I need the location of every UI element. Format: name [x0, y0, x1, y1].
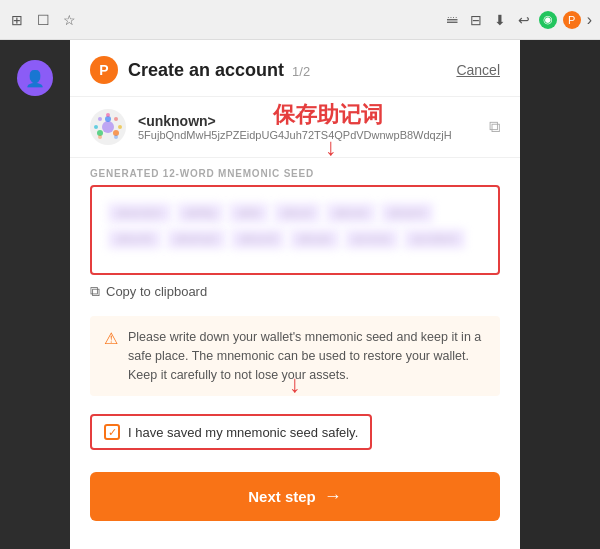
- mnemonic-box: abandon ability able about above absent …: [90, 185, 500, 275]
- next-step-label: Next step: [248, 488, 316, 505]
- star-icon[interactable]: ☆: [60, 11, 78, 29]
- saved-checkbox-row[interactable]: ✓ I have saved my mnemonic seed safely.: [90, 414, 372, 450]
- stats-icon: ⩸: [443, 11, 461, 29]
- download-icon[interactable]: ⬇: [491, 11, 509, 29]
- right-panel: [520, 40, 600, 549]
- next-step-arrow-icon: →: [324, 486, 342, 507]
- copy-to-clipboard-row[interactable]: ⧉ Copy to clipboard: [70, 275, 520, 308]
- tab-switch-icon[interactable]: ⊟: [467, 11, 485, 29]
- grid-icon: ⊞: [8, 11, 26, 29]
- copy-clipboard-label: Copy to clipboard: [106, 284, 207, 299]
- svg-point-1: [102, 121, 114, 133]
- browser-arrow-icon[interactable]: ›: [587, 11, 592, 29]
- account-row: <unknown> 5FujbQndMwH5jzPZEidpUG4Juh72TS…: [70, 97, 520, 158]
- mnemonic-word: absurd: [231, 229, 284, 249]
- account-icon: [90, 109, 126, 145]
- sidebar: 👤: [0, 40, 70, 549]
- saved-checkbox[interactable]: ✓: [104, 424, 120, 440]
- svg-point-11: [114, 135, 118, 139]
- copy-clipboard-icon: ⧉: [90, 283, 100, 300]
- svg-point-8: [98, 117, 102, 121]
- center-content: P Create an account 1/2 Cancel 保存助记词 ↓ ↓: [70, 40, 520, 549]
- ext-green-icon[interactable]: ◉: [539, 11, 557, 29]
- modal-step: 1/2: [292, 64, 310, 79]
- warning-text: Please write down your wallet's mnemonic…: [128, 328, 486, 384]
- warning-box: ⚠ Please write down your wallet's mnemon…: [90, 316, 500, 396]
- extension-icons: ⩸ ⊟ ⬇ ↩ ◉ P ›: [443, 11, 592, 29]
- cancel-button[interactable]: Cancel: [456, 62, 500, 78]
- browser-toolbar: ⊞ ☐ ☆ ⩸ ⊟ ⬇ ↩ ◉ P ›: [0, 0, 600, 40]
- svg-point-9: [114, 117, 118, 121]
- mnemonic-word: access: [345, 229, 398, 249]
- svg-point-5: [106, 113, 110, 117]
- svg-point-6: [94, 125, 98, 129]
- saved-checkbox-label: I have saved my mnemonic seed safely.: [128, 425, 358, 440]
- mnemonic-word: above: [326, 203, 375, 223]
- mnemonic-word: abstract: [167, 229, 226, 249]
- mnemonic-section-label: GENERATED 12-WORD MNEMONIC SEED: [70, 158, 520, 185]
- browser-nav-icons: ⊞ ☐ ☆: [8, 11, 78, 29]
- ext-orange-icon[interactable]: P: [563, 11, 581, 29]
- mnemonic-words: abandon ability able about above absent …: [108, 203, 482, 249]
- account-address: 5FujbQndMwH5jzPZEidpUG4Juh72TS4QPdVDwnwp…: [138, 129, 477, 141]
- back-icon[interactable]: ↩: [515, 11, 533, 29]
- modal-dialog: P Create an account 1/2 Cancel 保存助记词 ↓ ↓: [70, 40, 520, 549]
- mnemonic-word: absent: [381, 203, 433, 223]
- account-info: <unknown> 5FujbQndMwH5jzPZEidpUG4Juh72TS…: [138, 113, 477, 141]
- svg-point-7: [118, 125, 122, 129]
- warning-icon: ⚠: [104, 329, 118, 348]
- mnemonic-word: accident: [404, 229, 465, 249]
- modal-logo: P: [90, 56, 118, 84]
- mnemonic-word: ability: [177, 203, 224, 223]
- account-name: <unknown>: [138, 113, 477, 129]
- mnemonic-word: about: [274, 203, 320, 223]
- mnemonic-word: abuse: [290, 229, 339, 249]
- modal-title: Create an account: [128, 60, 284, 81]
- tab-icon: ☐: [34, 11, 52, 29]
- copy-address-icon[interactable]: ⧉: [489, 118, 500, 136]
- svg-point-10: [98, 135, 102, 139]
- mnemonic-word: abandon: [108, 203, 171, 223]
- main-area: 👤 P Create an account 1/2 Cancel 保存助记词 ↓…: [0, 40, 600, 549]
- sidebar-avatar[interactable]: 👤: [17, 60, 53, 96]
- next-step-button[interactable]: Next step →: [90, 472, 500, 521]
- mnemonic-word: able: [229, 203, 268, 223]
- mnemonic-word: absorb: [108, 229, 161, 249]
- modal-header: P Create an account 1/2 Cancel: [70, 40, 520, 97]
